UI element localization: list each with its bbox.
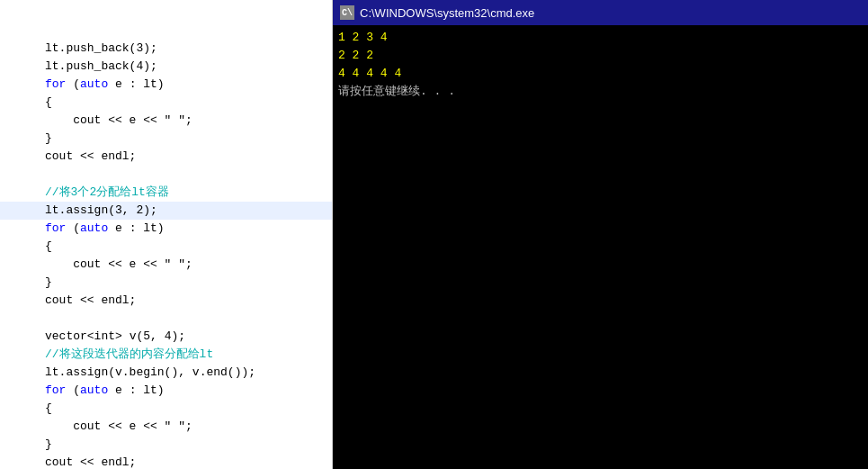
code-token: //将这段迭代器的内容分配给lt	[45, 346, 213, 364]
code-token: {	[45, 94, 52, 112]
code-line	[0, 166, 332, 184]
code-token: cout << endl;	[45, 292, 136, 310]
code-line: for (auto e : lt)	[0, 76, 332, 94]
code-content: lt.push_back(3);lt.push_back(4);for (aut…	[0, 0, 332, 469]
code-token: for	[45, 220, 66, 238]
code-token: {	[45, 400, 52, 418]
code-token: vector	[45, 328, 87, 346]
code-line: }	[0, 436, 332, 454]
code-line: cout << endl;	[0, 292, 332, 310]
code-line: vector<int> v(5, 4);	[0, 328, 332, 346]
cmd-titlebar: C\ C:\WINDOWS\system32\cmd.exe	[333, 0, 868, 25]
code-line: lt.push_back(4);	[0, 58, 332, 76]
code-token: lt.assign(3, 2);	[45, 202, 157, 220]
cmd-output-line: 请按任意键继续. . .	[338, 83, 863, 101]
cmd-body: 1 2 3 42 2 24 4 4 4 4请按任意键继续. . .	[333, 25, 868, 469]
code-line: for (auto e : lt)	[0, 220, 332, 238]
code-line: //将3个2分配给lt容器	[0, 184, 332, 202]
code-editor: lt.push_back(3);lt.push_back(4);for (aut…	[0, 0, 333, 469]
code-token: }	[45, 274, 52, 292]
code-line: cout << e << " ";	[0, 418, 332, 436]
code-token: cout << endl;	[45, 454, 136, 469]
code-token: //将3个2分配给lt容器	[45, 184, 169, 202]
code-token: auto	[80, 382, 108, 400]
code-token: lt.push_back(4);	[45, 58, 157, 76]
code-line: {	[0, 94, 332, 112]
cmd-icon: C\	[340, 5, 354, 20]
code-token: auto	[80, 220, 108, 238]
code-token: cout << e << " ";	[45, 418, 192, 436]
code-line: }	[0, 274, 332, 292]
code-token: (	[66, 382, 80, 400]
code-token: lt.push_back(3);	[45, 40, 157, 58]
code-line: cout << endl;	[0, 454, 332, 469]
code-line: cout << e << " ";	[0, 256, 332, 274]
code-line: lt.push_back(3);	[0, 40, 332, 58]
cmd-output-line: 2 2 2	[338, 47, 863, 65]
code-token: lt.assign(v.begin(), v.end());	[45, 364, 255, 382]
code-token: for	[45, 76, 66, 94]
code-line: //将这段迭代器的内容分配给lt	[0, 346, 332, 364]
code-line: cout << e << " ";	[0, 112, 332, 130]
cmd-output-line: 4 4 4 4 4	[338, 65, 863, 83]
code-line: cout << endl;	[0, 148, 332, 166]
code-token: cout << endl;	[45, 148, 136, 166]
code-token: (	[66, 220, 80, 238]
code-token: e : lt)	[108, 76, 164, 94]
cmd-title-text: C:\WINDOWS\system32\cmd.exe	[360, 6, 534, 20]
code-token: }	[45, 130, 52, 148]
code-line	[0, 310, 332, 328]
code-token: cout << e << " ";	[45, 112, 192, 130]
cmd-output-line: 1 2 3 4	[338, 29, 863, 47]
code-token: v(5, 4);	[122, 328, 185, 346]
code-token: {	[45, 238, 52, 256]
code-line: {	[0, 400, 332, 418]
code-token: cout << e << " ";	[45, 256, 192, 274]
code-line: {	[0, 238, 332, 256]
cmd-window: C\ C:\WINDOWS\system32\cmd.exe 1 2 3 42 …	[333, 0, 868, 469]
code-token: e : lt)	[108, 382, 164, 400]
code-line: lt.assign(3, 2);	[0, 202, 332, 220]
code-line: for (auto e : lt)	[0, 382, 332, 400]
code-line: }	[0, 130, 332, 148]
code-line: lt.assign(v.begin(), v.end());	[0, 364, 332, 382]
code-token: (	[66, 76, 80, 94]
code-token: for	[45, 382, 66, 400]
code-token: <int>	[87, 328, 122, 346]
code-token: }	[45, 436, 52, 454]
code-token: auto	[80, 76, 108, 94]
code-token: e : lt)	[108, 220, 164, 238]
